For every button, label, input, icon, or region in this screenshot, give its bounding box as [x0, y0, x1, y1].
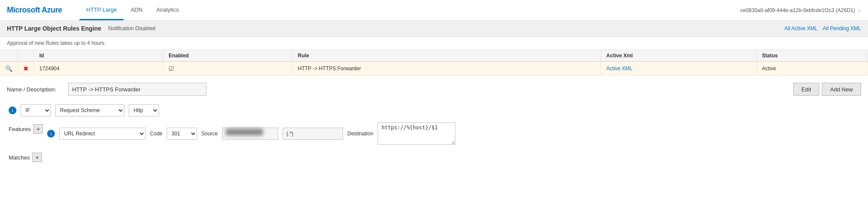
name-row: Name / Description: Edit Add New [7, 83, 861, 96]
account-info: ce0830a0-af09-444e-a12b-0ebfcde1f2c3 (A2… [740, 7, 861, 13]
destination-input[interactable]: https://%{host}/$1 [378, 122, 455, 145]
add-match-button[interactable]: + [32, 153, 42, 162]
brand-name: Azure [41, 6, 62, 14]
row-search-icon[interactable]: 🔍 [0, 62, 18, 76]
feature-type-select[interactable]: URL Redirect [59, 128, 146, 140]
top-nav: Microsoft Azure HTTP Large ADN Analytics… [0, 0, 868, 21]
features-label: Features + [9, 122, 43, 134]
col-status: Status [757, 50, 868, 62]
condition-info-icon[interactable]: i [9, 106, 16, 114]
match-value-select[interactable]: Http Https [129, 104, 159, 116]
action-buttons: Edit Add New [793, 83, 861, 96]
page-header-left: HTTP Large Object Rules Engine Notificat… [7, 25, 156, 32]
destination-label: Destination [347, 131, 373, 137]
nav-tab-adn[interactable]: ADN [124, 0, 149, 20]
row-status: Active [757, 62, 868, 76]
features-text: Features [9, 126, 31, 132]
row-delete-icon[interactable]: ✖ [18, 62, 34, 76]
matches-text: Matches [9, 154, 30, 161]
rule-detail-section: Name / Description: Edit Add New i IF Re… [0, 76, 868, 162]
all-active-xml-link[interactable]: All Active XML [785, 25, 818, 31]
code-label: Code [150, 131, 162, 137]
code-select[interactable]: 301 302 307 [167, 128, 197, 140]
edit-button[interactable]: Edit [793, 83, 819, 96]
row-enabled: ☑ [163, 62, 293, 76]
match-field-select[interactable]: Request Scheme [55, 104, 124, 116]
col-id: Id [34, 50, 163, 62]
col-delete [18, 50, 34, 62]
features-row: Features + i URL Redirect Code 301 302 3… [7, 122, 861, 145]
name-label: Name / Description: [7, 86, 63, 93]
rules-table: Id Enabled Rule Active Xml Status 🔍 ✖ 17… [0, 50, 868, 76]
source-label: Source [201, 131, 218, 137]
col-rule: Rule [293, 50, 601, 62]
add-new-button[interactable]: Add New [822, 83, 861, 96]
source-blurred-input[interactable]: ██████████ [222, 128, 278, 140]
features-content: i URL Redirect Code 301 302 307 Source █… [47, 122, 455, 145]
matches-label: Matches + [9, 151, 42, 162]
account-chevron-icon[interactable]: ⌄ [858, 8, 861, 13]
page-header-links: All Active XML All Pending XML [785, 25, 861, 31]
if-select[interactable]: IF [21, 104, 51, 116]
account-id: ce0830a0-af09-444e-a12b-0ebfcde1f2c3 (A2… [740, 7, 855, 13]
feature-info-icon[interactable]: i [47, 130, 55, 138]
page-header-bar: HTTP Large Object Rules Engine Notificat… [0, 21, 868, 37]
brand-logo: Microsoft Azure [7, 6, 62, 15]
approval-notice: Approval of new Rules takes up to 4 hour… [0, 37, 868, 50]
add-feature-button[interactable]: + [33, 124, 43, 134]
matches-row: Matches + [7, 151, 861, 162]
source-regex-input[interactable] [283, 128, 343, 140]
all-pending-xml-link[interactable]: All Pending XML [823, 25, 861, 31]
col-enabled: Enabled [163, 50, 293, 62]
table-row[interactable]: 🔍 ✖ 1724904 ☑ HTTP -> HTTPS Forwarder Ac… [0, 62, 868, 76]
name-input[interactable] [68, 83, 207, 96]
notification-status: Notification Disabled [108, 25, 155, 31]
condition-row: i IF Request Scheme Http Https [7, 104, 861, 116]
col-active-xml: Active Xml [601, 50, 757, 62]
main-nav: HTTP Large ADN Analytics [79, 0, 186, 20]
nav-tab-analytics[interactable]: Analytics [149, 0, 186, 20]
brand-prefix: Microsoft [7, 6, 41, 14]
nav-tab-http-large[interactable]: HTTP Large [79, 0, 124, 20]
row-rule: HTTP -> HTTPS Forwarder [293, 62, 601, 76]
page-title: HTTP Large Object Rules Engine [7, 25, 101, 32]
row-id: 1724904 [34, 62, 163, 76]
row-active-xml[interactable]: Active XML [601, 62, 757, 76]
col-search [0, 50, 18, 62]
